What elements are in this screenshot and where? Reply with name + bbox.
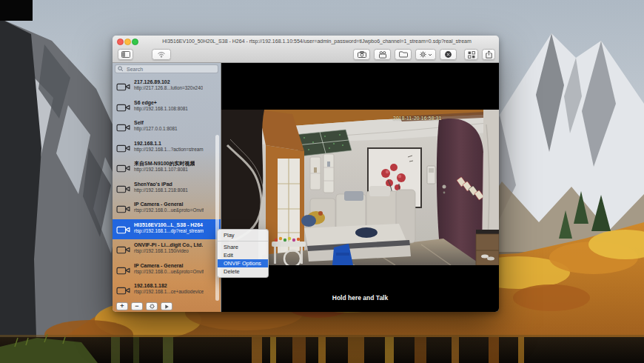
camera-list-item[interactable]: 192.168.1.1 http://192.168.1...?action=s… [113,138,221,159]
menu-item-share[interactable]: Share [218,243,268,251]
camera-url: http://192.168.1...?action=stream [134,147,204,153]
open-folder-button[interactable] [395,49,412,60]
mosaic-view-button[interactable] [464,49,478,60]
camera-url: http://192.168.1.108:8081 [134,106,188,113]
sidebar-toggle-button[interactable] [118,49,133,60]
camera-name: ONVIF-Pi - Li...digit Co., Ltd. [134,242,203,248]
camera-list-item[interactable]: ONVIF-Pi - Li...digit Co., Ltd. rtsp://1… [113,239,221,260]
sidebar-toggle-icon [121,51,130,58]
zoom-window-button[interactable] [132,39,138,45]
camera-list-item[interactable]: ShenYao's iPad http://192.168.1.218:8081 [113,179,221,199]
camera-name: ShenYao's iPad [134,181,188,187]
folder-icon [399,51,408,58]
camera-list-item[interactable]: Self http://127.0.0.1:8081 [113,117,221,138]
gear-icon [149,303,155,310]
camera-url: http://217.126.8...lution=320x240 [134,85,203,92]
sidebar-footer: + − [113,300,221,312]
play-icon [164,304,170,310]
close-window-button[interactable] [117,39,124,45]
movie-camera-icon [378,51,387,59]
minimize-window-button[interactable] [124,39,131,45]
camera-name: 192.168.1.182 [134,282,204,289]
wifi-stream-button[interactable] [152,49,171,60]
wifi-icon [157,51,166,58]
menu-item-play[interactable]: Play [218,231,268,239]
stop-circle-icon [444,50,452,59]
camera-url: http://192.168.1.218:8081 [134,187,188,194]
camera-settings-button[interactable] [146,302,158,310]
menu-item-delete[interactable]: Delete [218,267,268,276]
video-timestamp-overlay: 2018-11-20 16:58:31 [393,116,442,121]
camera-name: Self [134,119,178,126]
camera-name: 来自SM-N9100的实时视频 [134,160,195,167]
camera-list-item[interactable]: IP Camera - General rtsp://192.168.0...u… [113,260,221,281]
camera-context-menu: Play Share Edit ONVIF Options Delete [217,229,269,278]
camera-list-item[interactable]: IP Camera - General rtsp://192.168.0...u… [113,199,221,219]
window-content: 217.126.89.102 http://217.126.8...lution… [113,63,499,312]
menu-separator [218,241,268,242]
gear-icon [419,50,427,59]
video-camera-icon [116,204,130,217]
camera-list-item[interactable]: 192.168.1.182 rtsp://192.168.1...ce+audi… [113,280,221,301]
camera-sidebar: 217.126.89.102 http://217.126.8...lution… [113,63,221,312]
play-camera-button[interactable] [161,302,172,310]
camera-name: S6 edge+ [134,99,188,106]
menu-item-onvif-options[interactable]: ONVIF Options [218,259,268,267]
camera-list-item-selected[interactable]: HI3516EV100...L_S38 - H264 rtsp://192.16… [113,219,221,240]
camera-url: rtsp://192.168.1.150/video [134,248,203,255]
video-camera-icon [116,265,130,279]
snapshot-button[interactable] [353,49,370,60]
camera-list-item[interactable]: 217.126.89.102 http://217.126.8...lution… [113,76,221,97]
photo-camera-icon [358,51,366,58]
camera-name: 192.168.1.1 [134,140,204,147]
settings-button[interactable] [415,49,436,60]
remove-camera-button[interactable]: − [131,302,143,310]
camera-url: rtsp://192.168.0...ue&proto=Onvif [134,207,204,214]
camera-url: rtsp://192.168.1...dp?real_stream [134,228,204,235]
camera-name: IP Camera - General [134,262,204,269]
camera-name: HI3516EV100...L_S38 - H264 [134,222,204,228]
camera-url: rtsp://192.168.1...ce+audiodevice [134,289,204,296]
window-title: HI3516EV100_50H20L_S38 - H264 - rtsp://1… [142,38,492,45]
video-camera-icon [116,163,130,176]
camera-list-item[interactable]: 来自SM-N9100的实时视频 http://192.168.1.107:808… [113,158,221,179]
video-camera-icon [116,285,130,299]
video-camera-icon [116,102,130,116]
video-camera-icon [116,184,130,197]
window-header: HI3516EV100_50H20L_S38 - H264 - rtsp://1… [113,36,499,63]
app-window: HI3516EV100_50H20L_S38 - H264 - rtsp://1… [113,36,499,312]
camera-url: http://192.168.1.107:8081 [134,167,195,173]
video-camera-icon [116,122,130,136]
camera-name: 217.126.89.102 [134,79,203,85]
video-camera-icon [116,224,130,238]
record-button[interactable] [374,49,391,60]
stop-record-button[interactable] [440,49,457,60]
menu-item-edit[interactable]: Edit [218,251,268,259]
add-camera-button[interactable]: + [116,302,128,310]
share-button[interactable] [482,49,495,60]
camera-url: http://127.0.0.1:8081 [134,126,178,133]
camera-url: rtsp://192.168.0...ue&proto=Onvif [134,269,204,276]
chevron-down-icon [428,53,432,56]
video-camera-icon [116,81,130,95]
search-input[interactable] [125,66,215,73]
search-icon [118,66,124,72]
camera-list-item[interactable]: S6 edge+ http://192.168.1.108:8081 [113,97,221,118]
video-camera-icon [116,244,130,258]
hold-to-talk-button[interactable]: Hold here and Talk [221,294,499,302]
search-box[interactable] [115,64,218,73]
camera-name: IP Camera - General [134,201,204,207]
share-icon [486,50,492,59]
video-camera-icon [116,143,130,156]
grid-mosaic-icon [468,51,475,59]
